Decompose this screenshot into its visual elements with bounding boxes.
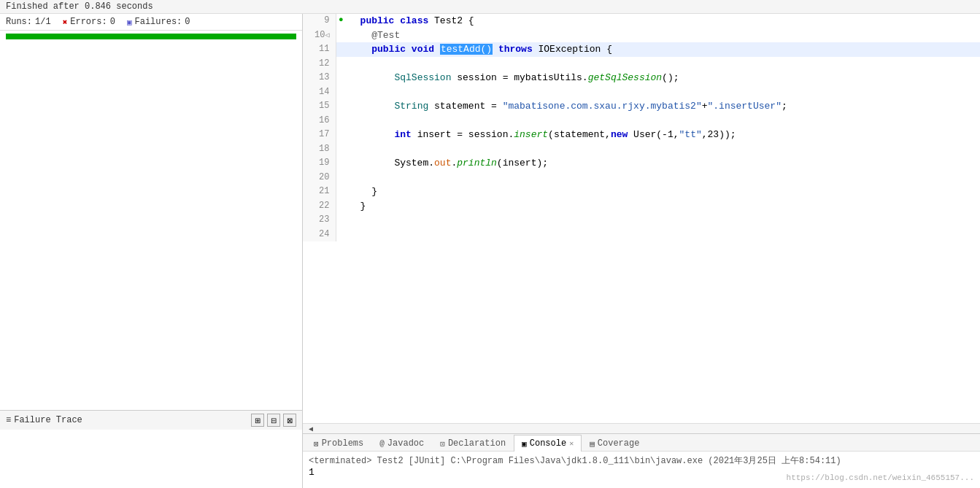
line-indicator xyxy=(336,142,346,157)
line-content xyxy=(346,171,980,185)
line-content: public void testAdd() throws IOException… xyxy=(346,42,980,57)
line-content: String statement = "mabatisone.com.sxau.… xyxy=(346,99,980,114)
right-panel: 9 ● public class Test2 { 10◁ @Test 11 xyxy=(303,14,980,488)
line-content xyxy=(346,57,980,71)
failure-icon: ▣ xyxy=(127,18,132,27)
tab-coverage-label: Coverage xyxy=(598,438,640,449)
javadoc-icon: @ xyxy=(379,439,385,448)
line-indicator xyxy=(336,128,346,142)
line-indicator xyxy=(336,57,346,71)
table-row: 10◁ @Test xyxy=(303,28,980,43)
failure-trace-label: Failure Trace xyxy=(14,415,82,425)
line-indicator xyxy=(336,156,346,171)
line-content: SqlSession session = mybatisUtils.getSql… xyxy=(346,71,980,85)
left-panel: Runs: 1/1 ✖ Errors: 0 ▣ Failures: 0 xyxy=(0,14,303,488)
line-number: 16 xyxy=(303,114,336,128)
failure-trace-menu-icon: ≡ xyxy=(6,415,11,425)
runs-stat: Runs: 1/1 xyxy=(6,17,51,27)
failures-stat: ▣ Failures: 0 xyxy=(127,17,190,27)
errors-stat: ✖ Errors: 0 xyxy=(63,17,115,27)
line-number: 12 xyxy=(303,57,336,71)
table-row: 12 xyxy=(303,57,980,71)
line-content: int insert = session.insert(statement,ne… xyxy=(346,128,980,142)
scroll-left-arrow[interactable]: ◀ xyxy=(306,425,316,433)
table-row: 16 xyxy=(303,114,980,128)
table-row: 21 } xyxy=(303,185,980,199)
banner-text: Finished after 0.846 seconds xyxy=(6,1,153,12)
table-row: 15 String statement = "mabatisone.com.sx… xyxy=(303,99,980,114)
line-indicator xyxy=(336,42,346,57)
line-content xyxy=(346,114,980,128)
tab-javadoc-label: Javadoc xyxy=(387,438,424,449)
line-content xyxy=(346,142,980,157)
watermark-text: https://blog.csdn.net/weixin_4655157... xyxy=(787,473,974,482)
console-close-icon[interactable]: ✕ xyxy=(569,439,574,448)
failure-trace-title: ≡ Failure Trace xyxy=(6,415,82,425)
tab-coverage[interactable]: ▤ Coverage xyxy=(582,435,647,452)
trace-btn-2[interactable]: ⊟ xyxy=(267,414,280,427)
line-number: 21 xyxy=(303,185,336,199)
line-content xyxy=(346,213,980,228)
failure-trace-header: ≡ Failure Trace ⊞ ⊟ ⊠ xyxy=(0,410,302,430)
trace-btn-1[interactable]: ⊞ xyxy=(251,414,264,427)
console-icon: ▣ xyxy=(522,439,527,449)
console-content: <terminated> Test2 [JUnit] C:\Program Fi… xyxy=(303,452,980,488)
trace-btn-3[interactable]: ⊠ xyxy=(283,414,296,427)
runs-value: 1/1 xyxy=(35,17,51,27)
runs-label: Runs: xyxy=(6,17,32,27)
line-content: public class Test2 { xyxy=(346,14,980,28)
table-row: 24 xyxy=(303,228,980,242)
line-indicator xyxy=(336,185,346,199)
line-number: 10◁ xyxy=(303,28,336,43)
failure-trace-section: ≡ Failure Trace ⊞ ⊟ ⊠ xyxy=(0,410,302,488)
failures-label: Failures: xyxy=(135,17,182,27)
left-content xyxy=(0,42,302,410)
line-content xyxy=(346,228,980,242)
line-content xyxy=(346,85,980,100)
tab-javadoc[interactable]: @ Javadoc xyxy=(371,435,432,452)
table-row: 17 int insert = session.insert(statement… xyxy=(303,128,980,142)
tab-problems[interactable]: ⊠ Problems xyxy=(306,435,371,452)
line-indicator xyxy=(336,85,346,100)
tab-problems-label: Problems xyxy=(322,438,364,449)
tab-console[interactable]: ▣ Console ✕ xyxy=(514,435,582,452)
watermark: https://blog.csdn.net/weixin_4655157... xyxy=(787,473,974,482)
line-number: 13 xyxy=(303,71,336,85)
line-content: } xyxy=(346,199,980,214)
stats-bar: Runs: 1/1 ✖ Errors: 0 ▣ Failures: 0 xyxy=(0,14,302,31)
horizontal-scrollbar[interactable]: ◀ xyxy=(303,423,980,433)
line-indicator xyxy=(336,114,346,128)
table-row: 20 xyxy=(303,171,980,185)
line-number: 23 xyxy=(303,213,336,228)
tab-bar: ⊠ Problems @ Javadoc ⊡ Declaration ▣ Con… xyxy=(303,434,980,452)
line-indicator xyxy=(336,213,346,228)
code-area[interactable]: 9 ● public class Test2 { 10◁ @Test 11 xyxy=(303,14,980,423)
failure-trace-icons: ⊞ ⊟ ⊠ xyxy=(251,414,296,427)
errors-label: Errors: xyxy=(70,17,107,27)
run-indicator: ● xyxy=(339,15,344,24)
line-number: 24 xyxy=(303,228,336,242)
line-indicator xyxy=(336,71,346,85)
line-number: 15 xyxy=(303,99,336,114)
table-row: 18 xyxy=(303,142,980,157)
tab-declaration[interactable]: ⊡ Declaration xyxy=(432,435,514,452)
console-terminated-line: <terminated> Test2 [JUnit] C:\Program Fi… xyxy=(309,454,974,467)
errors-value: 0 xyxy=(110,17,115,27)
declaration-icon: ⊡ xyxy=(440,439,445,449)
line-number: 22 xyxy=(303,199,336,214)
line-number: 18 xyxy=(303,142,336,157)
table-row: 14 xyxy=(303,85,980,100)
line-indicator xyxy=(336,228,346,242)
line-indicator xyxy=(336,28,346,43)
line-content: } xyxy=(346,185,980,199)
table-row: 9 ● public class Test2 { xyxy=(303,14,980,28)
progress-bar-container xyxy=(6,34,296,39)
line-number: 14 xyxy=(303,85,336,100)
table-row: 19 System.out.println(insert); xyxy=(303,156,980,171)
coverage-icon: ▤ xyxy=(590,439,595,449)
problems-icon: ⊠ xyxy=(314,439,319,449)
line-indicator xyxy=(336,171,346,185)
line-indicator xyxy=(336,99,346,114)
top-banner: Finished after 0.846 seconds xyxy=(0,0,980,14)
table-row: 11 public void testAdd() throws IOExcept… xyxy=(303,42,980,57)
